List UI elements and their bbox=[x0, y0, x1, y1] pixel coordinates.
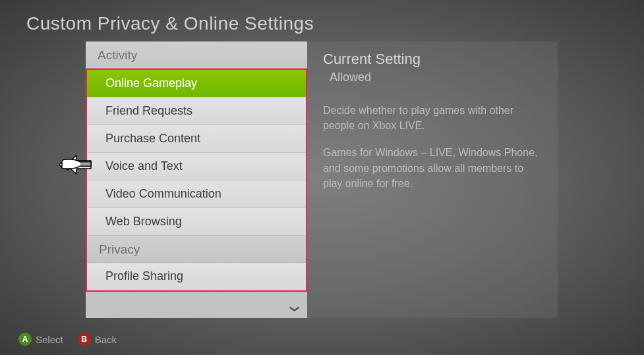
section-header-privacy: Privacy bbox=[87, 236, 306, 263]
hint-back: B Back bbox=[78, 333, 117, 346]
footer-hints: A Select B Back bbox=[18, 333, 117, 346]
list-item-web-browsing[interactable]: Web Browsing bbox=[87, 208, 306, 236]
current-setting-desc2: Games for Windows – LIVE, Windows Phone,… bbox=[323, 145, 542, 191]
a-button-icon: A bbox=[18, 333, 32, 346]
list-item-profile-sharing[interactable]: Profile Sharing bbox=[87, 263, 306, 290]
chevron-down-icon[interactable]: ❯ bbox=[290, 305, 301, 313]
list-item-friend-requests[interactable]: Friend Requests bbox=[87, 97, 306, 125]
list-item-purchase-content[interactable]: Purchase Content bbox=[87, 125, 306, 153]
cursor-hand-icon bbox=[58, 151, 92, 178]
detail-panel: Current Setting Allowed Decide whether t… bbox=[307, 41, 558, 318]
page-title: Custom Privacy & Online Settings bbox=[0, 0, 644, 34]
highlight-box: Online Gameplay Friend Requests Purchase… bbox=[86, 68, 307, 292]
hint-select-label: Select bbox=[36, 334, 63, 345]
list-item-video-communication[interactable]: Video Communication bbox=[87, 180, 306, 208]
current-setting-value: Allowed bbox=[323, 70, 542, 84]
hint-back-label: Back bbox=[95, 334, 117, 345]
current-setting-desc1: Decide whether to play games with other … bbox=[323, 103, 542, 133]
settings-list: Activity Online Gameplay Friend Requests… bbox=[86, 41, 307, 318]
b-button-icon: B bbox=[78, 333, 91, 346]
section-header-activity: Activity bbox=[86, 41, 307, 68]
list-item-voice-and-text[interactable]: Voice and Text bbox=[87, 153, 306, 180]
current-setting-title: Current Setting bbox=[323, 51, 542, 68]
hint-select: A Select bbox=[18, 333, 63, 346]
main-panel: Activity Online Gameplay Friend Requests… bbox=[86, 41, 558, 318]
list-item-online-gameplay[interactable]: Online Gameplay bbox=[87, 70, 306, 97]
